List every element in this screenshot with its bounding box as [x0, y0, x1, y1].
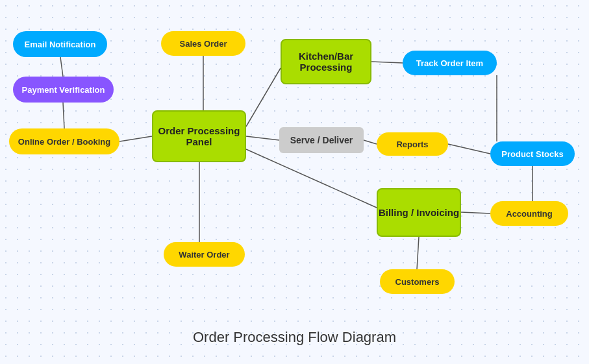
- track-order-node[interactable]: Track Order Item: [403, 51, 497, 75]
- svg-line-5: [246, 68, 281, 127]
- customers-node[interactable]: Customers: [380, 269, 455, 294]
- svg-line-4: [246, 136, 279, 140]
- svg-line-1: [63, 103, 64, 128]
- diagram-title: Order Processing Flow Diagram: [0, 329, 589, 346]
- payment-verification-node[interactable]: Payment Verification: [13, 77, 114, 103]
- svg-line-13: [461, 212, 490, 213]
- svg-line-8: [371, 62, 403, 63]
- sales-order-node[interactable]: Sales Order: [161, 31, 245, 56]
- billing-invoicing-node[interactable]: Billing / Invoicing: [377, 188, 461, 237]
- svg-line-2: [119, 136, 152, 141]
- svg-line-14: [417, 237, 419, 269]
- product-stocks-node[interactable]: Product Stocks: [490, 141, 575, 166]
- kitchen-bar-node[interactable]: Kitchen/Bar Processing: [281, 39, 371, 84]
- email-notification-node[interactable]: Email Notification: [13, 31, 107, 57]
- svg-line-0: [60, 57, 63, 77]
- accounting-node[interactable]: Accounting: [490, 201, 568, 226]
- svg-line-11: [448, 144, 490, 154]
- svg-line-7: [246, 149, 377, 208]
- svg-line-10: [364, 140, 377, 144]
- waiter-order-node[interactable]: Waiter Order: [164, 242, 245, 267]
- serve-deliver-node[interactable]: Serve / Deliver: [279, 127, 364, 153]
- diagram-container: Email Notification Payment Verification …: [0, 0, 589, 364]
- online-order-node[interactable]: Online Order / Booking: [9, 128, 119, 154]
- order-processing-node[interactable]: Order Processing Panel: [152, 110, 246, 162]
- reports-node[interactable]: Reports: [377, 132, 448, 156]
